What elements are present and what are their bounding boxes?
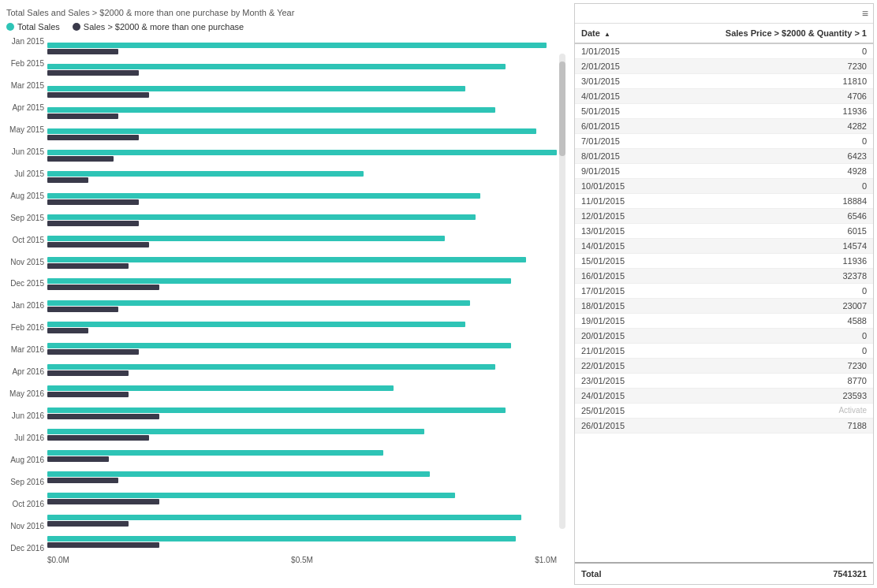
y-label: Jun 2015 <box>6 148 44 156</box>
cell-date: 20/01/2015 <box>575 329 677 343</box>
y-label: Oct 2016 <box>6 501 44 508</box>
cell-value: 18884 <box>677 194 873 208</box>
bar-teal[interactable] <box>47 343 511 348</box>
table-row[interactable]: 18/01/201523007 <box>575 299 873 314</box>
bar-teal[interactable] <box>47 193 480 199</box>
bar-dark[interactable] <box>47 49 118 54</box>
table-body[interactable]: 1/01/201502/01/201572303/01/2015118104/0… <box>575 44 873 562</box>
bar-dark[interactable] <box>47 156 114 162</box>
bar-dark[interactable] <box>47 263 129 269</box>
bar-row <box>47 188 557 209</box>
table-row[interactable]: 6/01/20154282 <box>575 119 873 134</box>
table-row[interactable]: 22/01/20157230 <box>575 359 873 374</box>
table-row[interactable]: 24/01/201523593 <box>575 389 873 404</box>
bar-dark[interactable] <box>47 177 88 183</box>
scrollbar-thumb[interactable] <box>559 61 565 156</box>
bar-dark[interactable] <box>47 70 139 76</box>
bar-teal[interactable] <box>47 408 506 413</box>
y-label: Sep 2015 <box>6 214 44 222</box>
bar-dark[interactable] <box>47 242 149 247</box>
bar-dark[interactable] <box>47 521 129 527</box>
bar-teal[interactable] <box>47 536 516 541</box>
table-row[interactable]: 10/01/20150 <box>575 179 873 194</box>
cell-value: 6546 <box>677 209 873 223</box>
bar-teal[interactable] <box>47 322 465 327</box>
bar-dark[interactable] <box>47 199 139 205</box>
cell-date: 12/01/2015 <box>575 209 677 223</box>
cell-date: 26/01/2015 <box>575 419 677 433</box>
col-header-sales: Sales Price > $2000 & Quantity > 1 <box>677 27 873 39</box>
bar-teal[interactable] <box>47 236 445 241</box>
bar-dark[interactable] <box>47 285 159 290</box>
bar-teal[interactable] <box>47 300 470 306</box>
table-row[interactable]: 12/01/20156546 <box>575 209 873 224</box>
table-row[interactable]: 17/01/20150 <box>575 284 873 299</box>
cell-value: 7230 <box>677 359 873 373</box>
table-row[interactable]: 25/01/2015Activate <box>575 404 873 419</box>
bar-dark[interactable] <box>47 349 139 355</box>
bar-dark[interactable] <box>47 114 118 119</box>
bar-dark[interactable] <box>47 135 139 140</box>
cell-date: 25/01/2015 <box>575 404 677 418</box>
bar-dark[interactable] <box>47 92 149 98</box>
bar-teal[interactable] <box>47 257 526 262</box>
cell-date: 6/01/2015 <box>575 119 677 133</box>
table-row[interactable]: 19/01/20154588 <box>575 314 873 329</box>
table-row[interactable]: 8/01/20156423 <box>575 149 873 164</box>
bar-row <box>47 124 557 145</box>
bar-dark[interactable] <box>47 499 159 504</box>
bar-teal[interactable] <box>47 493 455 498</box>
table-row[interactable]: 1/01/20150 <box>575 44 873 59</box>
table-row[interactable]: 9/01/20154928 <box>575 164 873 179</box>
scrollbar-track[interactable] <box>559 54 565 529</box>
y-label: Apr 2015 <box>6 104 44 112</box>
bar-teal[interactable] <box>47 64 506 69</box>
cell-value: Activate <box>677 404 873 418</box>
bar-teal[interactable] <box>47 107 495 113</box>
table-row[interactable]: 20/01/20150 <box>575 329 873 344</box>
sort-arrow-icon[interactable]: ▲ <box>604 31 610 38</box>
table-row[interactable]: 26/01/20157188 <box>575 419 873 434</box>
scrollbar[interactable] <box>557 38 568 553</box>
table-row[interactable]: 2/01/20157230 <box>575 59 873 74</box>
table-row[interactable]: 14/01/201514574 <box>575 239 873 254</box>
bar-dark[interactable] <box>47 414 159 419</box>
bar-teal[interactable] <box>47 385 394 391</box>
bar-teal[interactable] <box>47 471 430 477</box>
table-row[interactable]: 4/01/20154706 <box>575 89 873 104</box>
bar-teal[interactable] <box>47 171 364 177</box>
bar-dark[interactable] <box>47 542 159 548</box>
table-row[interactable]: 15/01/201511936 <box>575 254 873 269</box>
table-row[interactable]: 11/01/201518884 <box>575 194 873 209</box>
bar-teal[interactable] <box>47 214 476 220</box>
bar-dark[interactable] <box>47 456 109 462</box>
table-row[interactable]: 7/01/20150 <box>575 134 873 149</box>
cell-date: 2/01/2015 <box>575 59 677 73</box>
bar-dark[interactable] <box>47 435 149 441</box>
table-row[interactable]: 3/01/201511810 <box>575 74 873 89</box>
bar-dark[interactable] <box>47 221 139 226</box>
table-row[interactable]: 21/01/20150 <box>575 344 873 359</box>
y-label: Mar 2016 <box>6 346 44 354</box>
bar-teal[interactable] <box>47 86 465 91</box>
bar-dark[interactable] <box>47 478 118 483</box>
table-row[interactable]: 23/01/20158770 <box>575 374 873 389</box>
table-row[interactable]: 13/01/20156015 <box>575 224 873 239</box>
bar-teal[interactable] <box>47 515 521 520</box>
bar-teal[interactable] <box>47 364 495 370</box>
bar-dark[interactable] <box>47 307 118 312</box>
table-menu-icon[interactable]: ≡ <box>862 7 868 20</box>
y-label: May 2016 <box>6 390 44 398</box>
table-row[interactable]: 16/01/201532378 <box>575 269 873 284</box>
bar-dark[interactable] <box>47 392 129 397</box>
bar-teal[interactable] <box>47 150 557 155</box>
bar-teal[interactable] <box>47 43 547 48</box>
bar-teal[interactable] <box>47 450 383 456</box>
bar-teal[interactable] <box>47 128 536 134</box>
table-row[interactable]: 5/01/201511936 <box>575 104 873 119</box>
bar-teal[interactable] <box>47 278 511 284</box>
bar-dark[interactable] <box>47 370 129 376</box>
bar-teal[interactable] <box>47 429 424 434</box>
bar-dark[interactable] <box>47 328 88 333</box>
bar-row <box>47 295 557 316</box>
